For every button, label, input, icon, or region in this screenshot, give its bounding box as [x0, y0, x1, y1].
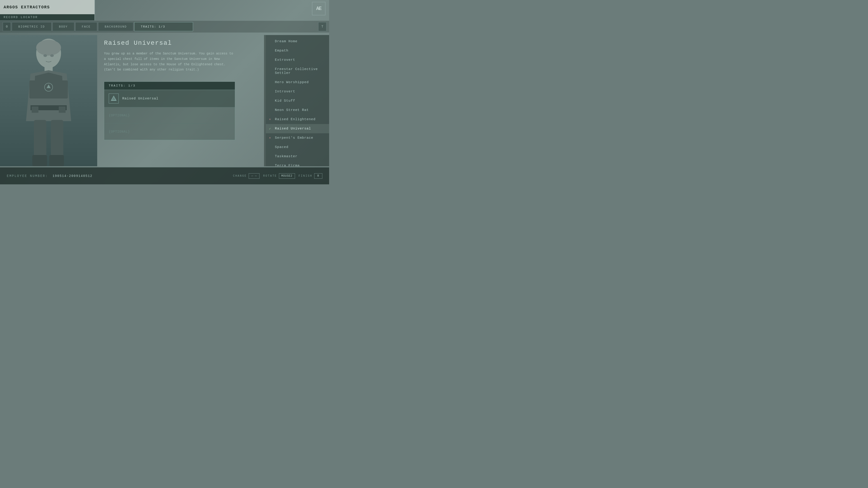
change-action: CHANGE ← → — [233, 173, 260, 179]
finish-key: R — [314, 173, 322, 179]
traits-list[interactable]: Dream HomeEmpathExtrovertFreestar Collec… — [266, 35, 329, 166]
footer-actions: CHANGE ← → ROTATE MOUSE2 FINISH R — [233, 173, 322, 179]
trait-list-item-raised-enlightened[interactable]: ×Raised Enlightened — [266, 115, 329, 124]
tab-traits[interactable]: TRAITS: 1/3 — [134, 22, 193, 31]
finish-label: FINISH — [299, 174, 312, 177]
trait-label-empath: Empath — [275, 49, 288, 53]
trait-label-neon-street-rat: Neon Street Rat — [275, 108, 309, 112]
raised-universal-icon — [110, 95, 117, 102]
trait-label-hero-worshipped: Hero Worshipped — [275, 80, 309, 84]
trait-list-item-taskmaster[interactable]: Taskmaster — [266, 152, 329, 161]
trait-list-item-spaced[interactable]: Spaced — [266, 142, 329, 152]
finish-action[interactable]: FINISH R — [299, 173, 322, 179]
trait-slot-1-icon — [109, 94, 119, 103]
ae-logo: AE — [312, 2, 326, 15]
character-svg — [10, 35, 87, 166]
trait-list-item-extrovert[interactable]: Extrovert — [266, 55, 329, 65]
nav-icon-left[interactable]: 0 — [3, 22, 11, 31]
employee-label: EMPLOYEE NUMBER: — [7, 174, 48, 178]
svg-point-12 — [43, 54, 47, 57]
rotate-label: ROTATE — [263, 174, 277, 177]
trait-label-kid-stuff: Kid Stuff — [275, 99, 295, 103]
tab-face[interactable]: FACE — [75, 22, 97, 31]
svg-rect-11 — [59, 106, 66, 113]
trait-label-extrovert: Extrovert — [275, 58, 295, 62]
traits-box-header: TRAITS: 1/3 — [104, 82, 235, 90]
logo-section: ARGOS EXTRACTORS RECORD LOCATOR — [0, 0, 95, 20]
svg-rect-8 — [49, 155, 64, 166]
trait-marker-serpents-embrace: × — [269, 136, 271, 140]
svg-rect-10 — [32, 106, 38, 113]
trait-label-taskmaster: Taskmaster — [275, 155, 298, 158]
footer: EMPLOYEE NUMBER: 190514-2009140512 CHANG… — [0, 167, 329, 184]
record-locator: RECORD LOCATOR — [0, 14, 94, 20]
trait-list-item-empath[interactable]: Empath — [266, 46, 329, 55]
trait-label-spaced: Spaced — [275, 145, 288, 149]
nav-tabs: 0 BIOMETRIC ID BODY FACE BACKGROUND TRAI… — [0, 21, 329, 33]
trait-list-item-terra-firma[interactable]: Terra Firma — [266, 161, 329, 166]
traits-selection-box: TRAITS: 1/3 Raised Universal {OPTIONAL} … — [104, 82, 235, 140]
employee-number: 190514-2009140512 — [53, 174, 92, 178]
trait-list-item-dream-home[interactable]: Dream Home — [266, 37, 329, 46]
trait-description: You grew up as a member of the Sanctum U… — [104, 51, 235, 72]
trait-marker-raised-universal: ✓ — [269, 127, 271, 131]
trait-list-item-hero-worshipped[interactable]: Hero Worshipped — [266, 78, 329, 87]
trait-slot-1[interactable]: Raised Universal — [104, 90, 235, 107]
trait-label-raised-universal: Raised Universal — [275, 127, 311, 131]
svg-rect-5 — [34, 120, 46, 161]
trait-list-item-freestar[interactable]: Freestar Collective Settler — [266, 65, 329, 78]
character-area — [0, 35, 97, 166]
svg-rect-6 — [51, 120, 63, 161]
trait-slot-3[interactable]: {OPTIONAL} — [104, 124, 235, 140]
trait-marker-raised-enlightened: × — [269, 118, 271, 121]
header: ARGOS EXTRACTORS RECORD LOCATOR AE — [0, 0, 329, 20]
change-key-right: → — [255, 174, 256, 177]
trait-label-terra-firma: Terra Firma — [275, 164, 300, 166]
tab-background[interactable]: BACKGROUND — [98, 22, 133, 31]
trait-list-item-serpents-embrace[interactable]: ×Serpent's Embrace — [266, 133, 329, 142]
svg-point-1 — [36, 40, 61, 56]
trait-list-item-kid-stuff[interactable]: Kid Stuff — [266, 96, 329, 105]
tab-biometric[interactable]: BIOMETRIC ID — [12, 22, 52, 31]
trait-slot-1-name: Raised Universal — [122, 97, 158, 101]
trait-list-item-introvert[interactable]: Introvert — [266, 87, 329, 96]
trait-slot-3-name: {OPTIONAL} — [109, 130, 130, 133]
svg-point-18 — [113, 99, 114, 100]
rotate-key: MOUSE2 — [279, 173, 295, 179]
tab-body[interactable]: BODY — [53, 22, 74, 31]
trait-label-introvert: Introvert — [275, 90, 295, 94]
trait-list-item-raised-universal[interactable]: ✓Raised Universal — [266, 124, 329, 133]
trait-label-serpents-embrace: Serpent's Embrace — [275, 136, 313, 140]
change-keys: ← → — [249, 173, 259, 179]
trait-label-raised-enlightened: Raised Enlightened — [275, 118, 315, 121]
divider — [264, 35, 266, 166]
trait-label-dream-home: Dream Home — [275, 39, 298, 43]
trait-label-freestar: Freestar Collective Settler — [275, 67, 324, 75]
svg-rect-7 — [32, 155, 47, 166]
trait-list-item-neon-street-rat[interactable]: Neon Street Rat — [266, 105, 329, 115]
character-silhouette — [0, 35, 97, 166]
trait-slot-2[interactable]: {OPTIONAL} — [104, 107, 235, 124]
svg-rect-3 — [29, 80, 36, 98]
change-label: CHANGE — [233, 174, 247, 177]
company-name: ARGOS EXTRACTORS — [0, 0, 94, 14]
nav-icon-right[interactable]: T — [318, 22, 327, 31]
change-key-left: ← — [252, 174, 253, 177]
trait-title: Raised Universal — [104, 39, 257, 46]
svg-rect-4 — [61, 80, 68, 98]
main-content: Raised Universal You grew up as a member… — [0, 35, 329, 166]
detail-panel: Raised Universal You grew up as a member… — [97, 35, 264, 166]
rotate-action: ROTATE MOUSE2 — [263, 173, 295, 179]
trait-slot-2-name: {OPTIONAL} — [109, 113, 130, 117]
svg-marker-16 — [111, 96, 116, 101]
svg-point-13 — [50, 54, 54, 57]
